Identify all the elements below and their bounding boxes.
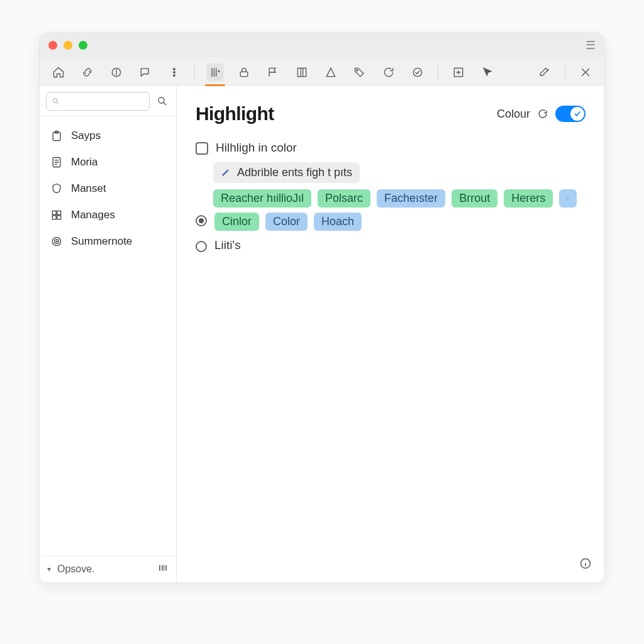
search-input[interactable] bbox=[46, 92, 150, 111]
refresh-cw-icon[interactable] bbox=[380, 64, 397, 81]
note-pill[interactable]: Adbrible ents figh t pıts bbox=[213, 162, 360, 183]
clipboard-icon bbox=[50, 129, 64, 143]
search-icon[interactable] bbox=[155, 94, 170, 109]
traffic-lights bbox=[48, 41, 87, 50]
barcode-icon[interactable] bbox=[157, 562, 169, 576]
sidebar-item-moria[interactable]: Moria bbox=[45, 149, 171, 175]
sidebar-item-manages[interactable]: Manages bbox=[45, 202, 171, 228]
titlebar: ☰ bbox=[40, 33, 604, 57]
tag-remove-icon[interactable] bbox=[559, 189, 577, 208]
window-maximize-button[interactable] bbox=[79, 41, 87, 50]
svg-rect-17 bbox=[57, 216, 61, 219]
tools-icon[interactable] bbox=[536, 64, 553, 81]
toolbar-separator bbox=[194, 65, 195, 79]
window-close-button[interactable] bbox=[48, 41, 57, 50]
sidebar-item-summernote[interactable]: Summernote bbox=[45, 228, 171, 255]
radio-label: Liiti's bbox=[214, 238, 241, 252]
radio-cinlor[interactable] bbox=[196, 215, 207, 226]
sidebar-footer: ▾ Opsove. bbox=[40, 555, 176, 582]
note-text: Adbrible ents figh t pıts bbox=[237, 166, 352, 179]
svg-point-9 bbox=[53, 98, 57, 103]
tag-row-1: Reacher hıillioJıl Polsarc Facheıster Br… bbox=[213, 189, 586, 208]
toolbar-separator bbox=[438, 65, 438, 79]
flag-icon[interactable] bbox=[264, 64, 282, 81]
window-minimize-button[interactable] bbox=[64, 41, 72, 50]
toggle-knob bbox=[570, 107, 584, 121]
tag-icon[interactable] bbox=[351, 64, 369, 81]
lock-icon[interactable] bbox=[235, 64, 253, 81]
svg-point-20 bbox=[56, 241, 57, 242]
option-radio-1-row: Cinlor Color Hoach bbox=[196, 213, 586, 231]
svg-point-2 bbox=[174, 72, 175, 74]
shield-icon bbox=[50, 182, 64, 196]
tag[interactable]: Herers bbox=[504, 189, 553, 208]
link-icon[interactable] bbox=[79, 64, 96, 81]
svg-point-7 bbox=[413, 68, 421, 76]
colour-label: Colour bbox=[497, 108, 530, 121]
cursor-icon[interactable] bbox=[479, 64, 496, 81]
svg-point-10 bbox=[158, 97, 164, 103]
columns-icon[interactable] bbox=[293, 64, 311, 81]
svg-rect-16 bbox=[52, 216, 56, 219]
highlight-tool-icon[interactable] bbox=[206, 64, 224, 81]
heading-row: Highlight Colour bbox=[196, 103, 586, 125]
main-panel: Highlight Colour Hilhligh in color bbox=[177, 86, 604, 582]
grid-icon bbox=[50, 208, 64, 222]
more-icon[interactable] bbox=[165, 64, 183, 81]
checkbox-highlight-in-color[interactable] bbox=[196, 142, 208, 155]
sidebar: Sayps Moria Manset bbox=[40, 86, 177, 582]
colour-toggle[interactable] bbox=[555, 106, 586, 122]
close-icon[interactable] bbox=[577, 64, 594, 81]
heading-controls: Colour bbox=[497, 106, 586, 122]
tag-row-2: Cinlor Color Hoach bbox=[214, 213, 362, 231]
search-row bbox=[40, 86, 176, 116]
chevron-down-icon[interactable]: ▾ bbox=[47, 565, 51, 574]
svg-rect-5 bbox=[297, 68, 306, 76]
sidebar-item-manset[interactable]: Manset bbox=[45, 175, 171, 202]
triangle-icon[interactable] bbox=[322, 64, 340, 81]
sidebar-item-label: Moria bbox=[71, 156, 98, 169]
sidebar-item-label: Sayps bbox=[71, 130, 101, 142]
page-title: Highlight bbox=[196, 103, 274, 125]
refresh-icon[interactable] bbox=[536, 108, 549, 120]
info-icon[interactable] bbox=[579, 557, 592, 572]
body: Sayps Moria Manset bbox=[40, 86, 604, 582]
checkbox-label: Hilhligh in color bbox=[216, 141, 297, 155]
toolbar bbox=[40, 57, 604, 86]
svg-rect-15 bbox=[57, 211, 61, 214]
target-icon bbox=[50, 235, 64, 248]
sidebar-item-label: Summernote bbox=[71, 235, 132, 248]
check-circle-icon[interactable] bbox=[409, 64, 426, 81]
tag[interactable]: Brrout bbox=[452, 189, 497, 208]
svg-point-3 bbox=[174, 75, 175, 77]
tag[interactable]: Reacher hıillioJıl bbox=[213, 189, 311, 208]
footer-label: Opsove. bbox=[57, 564, 95, 575]
svg-point-1 bbox=[174, 69, 175, 70]
nav-list: Sayps Moria Manset bbox=[40, 116, 176, 555]
sidebar-item-label: Manages bbox=[71, 209, 115, 221]
document-icon bbox=[50, 155, 64, 169]
subsection: Adbrible ents figh t pıts Reacher hıilli… bbox=[213, 162, 586, 208]
edit-icon bbox=[221, 167, 232, 179]
radio-liitis[interactable] bbox=[196, 241, 207, 252]
option-checkbox-row: Hilhligh in color bbox=[196, 141, 586, 155]
app-window: ☰ bbox=[39, 33, 605, 583]
home-icon[interactable] bbox=[50, 64, 67, 81]
tag[interactable]: Cinlor bbox=[214, 213, 259, 231]
svg-rect-4 bbox=[240, 72, 248, 77]
sidebar-item-sayps[interactable]: Sayps bbox=[45, 123, 171, 149]
tag[interactable]: Color bbox=[265, 213, 308, 231]
svg-point-6 bbox=[357, 70, 358, 71]
toolbar-separator bbox=[565, 65, 565, 79]
tag[interactable]: Facheıster bbox=[377, 189, 445, 208]
svg-rect-14 bbox=[52, 211, 56, 214]
chat-icon[interactable] bbox=[136, 64, 154, 81]
option-radio-2-row: Liiti's bbox=[196, 238, 586, 252]
export-icon[interactable] bbox=[450, 64, 467, 81]
circle-icon[interactable] bbox=[108, 64, 125, 81]
tag[interactable]: Hoach bbox=[314, 213, 362, 231]
window-menu-icon[interactable]: ☰ bbox=[586, 40, 596, 51]
sidebar-item-label: Manset bbox=[71, 182, 106, 195]
tag[interactable]: Polsarc bbox=[318, 189, 370, 208]
